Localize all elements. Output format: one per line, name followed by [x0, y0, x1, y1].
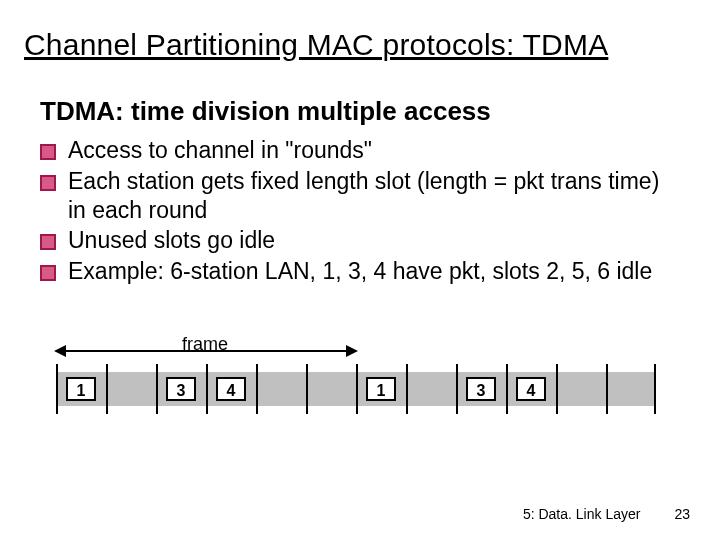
slot-divider: [406, 364, 408, 414]
slot-box: 1: [366, 377, 396, 401]
bullet-text: Unused slots go idle: [68, 226, 660, 255]
bullet-item: Example: 6-station LAN, 1, 3, 4 have pkt…: [40, 257, 660, 286]
slot-divider: [654, 364, 656, 414]
slide: Channel Partitioning MAC protocols: TDMA…: [0, 0, 720, 540]
tdma-diagram: frame134134: [56, 336, 656, 416]
slot-divider: [356, 364, 358, 414]
bullet-text: Access to channel in "rounds": [68, 136, 660, 165]
slide-footer: 5: Data. Link Layer 23: [523, 506, 690, 522]
bullet-icon: [40, 175, 56, 191]
bullet-text: Example: 6-station LAN, 1, 3, 4 have pkt…: [68, 257, 660, 286]
frame-label: frame: [182, 334, 228, 355]
slot-divider: [506, 364, 508, 414]
slot-divider: [56, 364, 58, 414]
slot-box: 1: [66, 377, 96, 401]
bullet-icon: [40, 234, 56, 250]
slide-title: Channel Partitioning MAC protocols: TDMA: [24, 28, 608, 62]
arrow-left-icon: [54, 345, 66, 357]
footer-page: 23: [674, 506, 690, 522]
slot-divider: [456, 364, 458, 414]
slot-box: 3: [466, 377, 496, 401]
slot-divider: [106, 364, 108, 414]
bullet-item: Access to channel in "rounds": [40, 136, 660, 165]
slot-divider: [606, 364, 608, 414]
arrow-right-icon: [346, 345, 358, 357]
bullet-list: Access to channel in "rounds" Each stati…: [40, 136, 660, 288]
bullet-item: Each station gets fixed length slot (len…: [40, 167, 660, 225]
slot-box: 4: [516, 377, 546, 401]
bullet-item: Unused slots go idle: [40, 226, 660, 255]
bullet-icon: [40, 265, 56, 281]
slot-divider: [206, 364, 208, 414]
slot-divider: [256, 364, 258, 414]
bullet-text: Each station gets fixed length slot (len…: [68, 167, 660, 225]
slot-divider: [306, 364, 308, 414]
slot-divider: [156, 364, 158, 414]
slot-box: 4: [216, 377, 246, 401]
footer-chapter: 5: Data. Link Layer: [523, 506, 641, 522]
slot-divider: [556, 364, 558, 414]
slide-subtitle: TDMA: time division multiple access: [40, 96, 491, 127]
slot-box: 3: [166, 377, 196, 401]
bullet-icon: [40, 144, 56, 160]
